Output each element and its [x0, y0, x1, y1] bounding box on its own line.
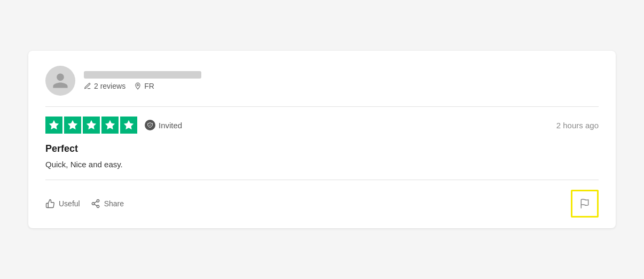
svg-line-4 — [94, 204, 97, 206]
star-5 — [120, 117, 137, 134]
svg-point-3 — [97, 205, 99, 208]
star-1 — [45, 117, 62, 134]
invited-label: Invited — [159, 121, 182, 130]
user-section: 2 reviews FR — [45, 66, 599, 96]
svg-point-2 — [92, 203, 95, 205]
review-body: Quick, Nice and easy. — [45, 160, 599, 169]
share-button[interactable]: Share — [91, 199, 124, 208]
user-name-blurred — [84, 71, 201, 79]
actions-left: Useful Share — [45, 199, 124, 208]
reviews-label: 2 reviews — [94, 82, 125, 90]
svg-point-1 — [97, 200, 99, 203]
divider-bottom — [45, 180, 599, 180]
review-header-left: Invited — [45, 117, 182, 134]
reviews-count: 2 reviews — [84, 82, 125, 90]
review-title: Perfect — [45, 143, 599, 154]
star-2 — [64, 117, 81, 134]
svg-point-0 — [137, 84, 139, 86]
share-label: Share — [104, 199, 124, 208]
star-4 — [101, 117, 119, 134]
location-label: FR — [144, 82, 154, 90]
useful-button[interactable]: Useful — [45, 199, 80, 208]
time-ago: 2 hours ago — [556, 121, 599, 130]
svg-line-5 — [94, 201, 97, 203]
flag-button[interactable] — [571, 190, 599, 218]
divider-top — [45, 106, 599, 107]
actions-section: Useful Share — [45, 190, 599, 218]
invited-badge: Invited — [145, 120, 182, 130]
review-card: 2 reviews FR — [28, 51, 616, 228]
verified-icon — [145, 120, 155, 130]
user-info: 2 reviews FR — [84, 71, 201, 90]
star-rating — [45, 117, 137, 134]
avatar — [45, 66, 75, 96]
useful-label: Useful — [59, 199, 80, 208]
star-3 — [83, 117, 100, 134]
location: FR — [134, 82, 154, 90]
user-meta: 2 reviews FR — [84, 82, 201, 90]
review-header: Invited 2 hours ago — [45, 117, 599, 134]
